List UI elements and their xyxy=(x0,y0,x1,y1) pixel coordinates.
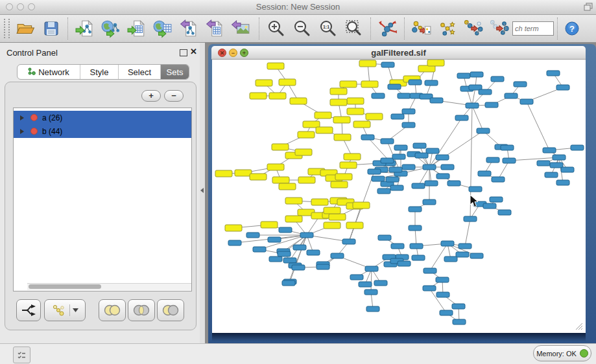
graph-node-blue[interactable] xyxy=(423,268,436,273)
graph-node-yellow[interactable] xyxy=(261,222,278,228)
set-row[interactable]: b (44) xyxy=(14,124,191,138)
window-restore-icon[interactable] xyxy=(584,3,593,11)
graph-node-blue[interactable] xyxy=(372,93,385,98)
graph-node-blue[interactable] xyxy=(436,292,449,297)
graph-node-blue[interactable] xyxy=(283,258,296,263)
graph-node-yellow[interactable] xyxy=(269,93,286,99)
graph-node-blue[interactable] xyxy=(441,241,454,246)
graph-node-blue[interactable] xyxy=(553,155,566,160)
graph-node-blue[interactable] xyxy=(381,158,394,163)
graph-node-yellow[interactable] xyxy=(250,93,267,99)
horizontal-scrollbar[interactable] xyxy=(27,283,192,290)
graph-node-yellow[interactable] xyxy=(347,108,364,115)
graph-node-blue[interactable] xyxy=(253,247,266,252)
graph-node-yellow[interactable] xyxy=(272,177,289,183)
hide-selection-button[interactable] xyxy=(460,16,486,41)
graph-node-yellow[interactable] xyxy=(315,112,331,119)
graph-node-blue[interactable] xyxy=(470,72,483,77)
graph-node-blue[interactable] xyxy=(436,155,449,160)
close-panel-icon[interactable]: ✕ xyxy=(190,47,197,56)
graph-node-blue[interactable] xyxy=(550,163,563,168)
import-table-file-button[interactable] xyxy=(124,16,150,41)
graph-node-blue[interactable] xyxy=(459,244,471,249)
graph-node-yellow[interactable] xyxy=(235,170,252,176)
graph-node-blue[interactable] xyxy=(430,98,443,103)
graph-node-blue[interactable] xyxy=(378,235,391,240)
open-file-button[interactable] xyxy=(12,16,38,41)
graph-node-yellow[interactable] xyxy=(225,225,242,231)
graph-node-blue[interactable] xyxy=(543,148,556,153)
graph-node-blue[interactable] xyxy=(391,114,404,119)
new-nodes-selection-button[interactable] xyxy=(435,16,460,41)
graph-node-blue[interactable] xyxy=(398,261,411,266)
graph-node-blue[interactable] xyxy=(498,210,511,215)
graph-node-blue[interactable] xyxy=(492,177,505,182)
graph-node-blue[interactable] xyxy=(269,256,282,262)
graph-node-blue[interactable] xyxy=(464,216,477,222)
graph-node-blue[interactable] xyxy=(413,143,426,148)
graph-node-yellow[interactable] xyxy=(335,174,352,180)
graph-node-blue[interactable] xyxy=(381,139,394,144)
graph-node-blue[interactable] xyxy=(364,290,377,295)
graph-node-yellow[interactable] xyxy=(295,149,312,155)
graph-node-blue[interactable] xyxy=(486,157,499,163)
expand-set-arrow-icon[interactable] xyxy=(20,129,24,134)
tab-style[interactable]: Style xyxy=(80,65,119,79)
graph-node-yellow[interactable] xyxy=(359,60,376,67)
expand-set-arrow-icon[interactable] xyxy=(20,115,24,120)
graph-node-blue[interactable] xyxy=(561,167,574,172)
graph-node-blue[interactable] xyxy=(455,115,468,120)
add-set-button[interactable]: + xyxy=(141,90,161,102)
graph-node-blue[interactable] xyxy=(246,233,259,238)
split-set-button[interactable] xyxy=(16,299,41,321)
union-sets-button[interactable] xyxy=(99,299,126,321)
export-image-button[interactable] xyxy=(228,16,254,41)
search-input[interactable] xyxy=(512,21,554,36)
graph-node-blue[interactable] xyxy=(361,135,374,140)
graph-node-blue[interactable] xyxy=(409,207,422,212)
graph-node-blue[interactable] xyxy=(368,169,381,174)
graph-node-blue[interactable] xyxy=(365,266,378,271)
graph-node-yellow[interactable] xyxy=(298,177,315,183)
graph-node-yellow[interactable] xyxy=(330,88,347,95)
graph-node-blue[interactable] xyxy=(547,71,560,76)
graph-node-yellow[interactable] xyxy=(361,81,378,87)
graph-node-blue[interactable] xyxy=(453,319,466,324)
graph-node-blue[interactable] xyxy=(394,145,407,150)
graph-node-blue[interactable] xyxy=(423,199,436,205)
graph-node-blue[interactable] xyxy=(402,109,415,114)
graph-node-blue[interactable] xyxy=(366,306,379,312)
graph-node-blue[interactable] xyxy=(425,80,438,85)
export-table-button[interactable] xyxy=(202,16,228,41)
zoom-fit-button[interactable]: 1:1 xyxy=(315,16,341,41)
graph-node-blue[interactable] xyxy=(374,280,387,286)
tab-sets[interactable]: Sets xyxy=(161,65,189,79)
graph-node-blue[interactable] xyxy=(350,275,363,280)
graph-node-blue[interactable] xyxy=(505,93,518,98)
graph-node-blue[interactable] xyxy=(537,161,550,166)
graph-node-yellow[interactable] xyxy=(272,144,289,150)
save-session-button[interactable] xyxy=(38,16,64,41)
zoom-selected-button[interactable] xyxy=(341,16,367,41)
graph-node-blue[interactable] xyxy=(556,180,569,185)
graph-node-blue[interactable] xyxy=(331,253,344,258)
graph-node-blue[interactable] xyxy=(412,255,425,260)
graph-node-blue[interactable] xyxy=(447,181,460,186)
graph-node-blue[interactable] xyxy=(477,128,490,133)
graph-node-yellow[interactable] xyxy=(250,174,267,180)
zoom-in-button[interactable] xyxy=(263,16,289,41)
graph-node-blue[interactable] xyxy=(391,244,404,249)
graph-node-blue[interactable] xyxy=(425,181,438,186)
graph-node-yellow[interactable] xyxy=(285,216,302,222)
graph-node-yellow[interactable] xyxy=(366,113,383,120)
network-canvas[interactable] xyxy=(212,60,586,333)
graph-node-yellow[interactable] xyxy=(279,183,296,190)
graph-node-blue[interactable] xyxy=(520,99,533,104)
graph-node-yellow[interactable] xyxy=(340,162,357,168)
graph-node-blue[interactable] xyxy=(342,239,355,244)
graph-node-yellow[interactable] xyxy=(331,181,348,188)
graph-node-yellow[interactable] xyxy=(285,198,302,204)
graph-node-yellow[interactable] xyxy=(279,79,296,85)
import-table-url-button[interactable] xyxy=(150,16,176,41)
zoom-out-button[interactable] xyxy=(289,16,315,41)
